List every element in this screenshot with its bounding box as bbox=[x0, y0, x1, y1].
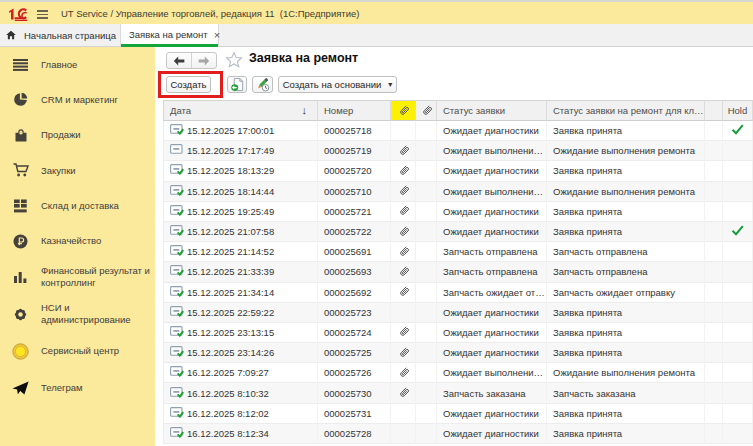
table-row[interactable]: 15.12.2025 23:13:15000025724Ожидает диаг… bbox=[163, 323, 753, 343]
check-icon bbox=[731, 225, 744, 236]
cell-attachment bbox=[391, 383, 416, 403]
sidebar-item-label: Закупки bbox=[41, 165, 153, 177]
document-posted-icon bbox=[170, 265, 184, 276]
cell-client-status: Заявка принята bbox=[547, 121, 705, 141]
cell-attachment-2 bbox=[416, 323, 437, 343]
column-header-spacer[interactable] bbox=[705, 100, 723, 121]
tab-home[interactable]: Начальная страница bbox=[0, 24, 116, 46]
cell-attachment bbox=[391, 202, 416, 222]
forward-button[interactable] bbox=[192, 53, 216, 68]
table-row[interactable]: 15.12.2025 17:00:01000025718Ожидает диаг… bbox=[163, 121, 753, 141]
cell-client-status: Заявка принята bbox=[547, 303, 705, 323]
create-button[interactable]: Создать bbox=[166, 76, 211, 93]
table-row[interactable]: 15.12.2025 22:59:22000025723Ожидает диаг… bbox=[163, 303, 753, 323]
table-row[interactable]: 15.12.2025 21:14:52000025691Запчасть отп… bbox=[163, 242, 753, 262]
cell-date: 16.12.2025 8:10:32 bbox=[163, 383, 318, 403]
table-row[interactable]: 15.12.2025 18:14:44000025710Ожидает выпо… bbox=[163, 182, 753, 202]
table-row[interactable]: 16.12.2025 8:12:34000025728Ожидает диагн… bbox=[163, 424, 753, 444]
cell-number: 000025692 bbox=[318, 283, 391, 303]
sidebar-item-service-center[interactable]: Сервисный центр bbox=[0, 333, 155, 370]
cell-client-status: Ожидание выполнения ремонта bbox=[547, 141, 705, 161]
date-value: 15.12.2025 19:25:49 bbox=[187, 206, 274, 217]
column-header-client-status[interactable]: Статус заявки на ремонт для кл… bbox=[547, 100, 705, 121]
paper-plane-icon bbox=[12, 380, 29, 397]
sidebar-item-crm[interactable]: CRM и маркетинг bbox=[0, 82, 155, 117]
column-header-date[interactable]: Дата ↓ bbox=[163, 100, 318, 121]
cell-number: 000025693 bbox=[318, 262, 391, 282]
cell-attachment-2 bbox=[416, 343, 437, 363]
table-row[interactable]: 15.12.2025 21:33:39000025693Запчасть отп… bbox=[163, 262, 753, 282]
cell-status: Ожидает диагностики bbox=[437, 424, 547, 444]
sidebar-item-warehouse[interactable]: Склад и доставка bbox=[0, 188, 155, 223]
status-value: Ожидает выполнени… bbox=[443, 186, 543, 197]
sidebar-item-administration[interactable]: НСИ и администрирование bbox=[0, 296, 155, 333]
paperclip-icon bbox=[398, 346, 409, 358]
cell-date: 15.12.2025 21:07:58 bbox=[163, 222, 318, 242]
menu-bar bbox=[37, 10, 48, 12]
table-row[interactable]: 15.12.2025 19:25:49000025721Ожидает диаг… bbox=[163, 202, 753, 222]
table-row[interactable]: 15.12.2025 21:07:58000025722Ожидает диаг… bbox=[163, 222, 753, 242]
status-value: Ожидает выполнени… bbox=[443, 367, 543, 378]
copy-document-button[interactable] bbox=[227, 76, 247, 93]
table-row[interactable]: 15.12.2025 23:14:26000025725Ожидает диаг… bbox=[163, 343, 753, 363]
cell-date: 16.12.2025 8:12:02 bbox=[163, 404, 318, 424]
table-row[interactable]: 16.12.2025 8:12:02000025731Ожидает диагн… bbox=[163, 404, 753, 424]
cell-number: 000025691 bbox=[318, 242, 391, 262]
status-value: Запчасть ожидает от… bbox=[443, 287, 545, 298]
cell-client-status: Запчасть ожидает отправку bbox=[547, 283, 705, 303]
cell-number: 000025720 bbox=[318, 161, 391, 181]
favorites-star-icon[interactable] bbox=[225, 51, 243, 69]
column-label: Статус заявки на ремонт для кл… bbox=[553, 105, 704, 116]
sidebar-item-main[interactable]: Главное bbox=[0, 47, 155, 82]
document-posted-icon bbox=[170, 124, 184, 135]
create-based-on-button[interactable]: Создать на основании ▾ bbox=[278, 76, 397, 93]
tab-close-icon[interactable]: × bbox=[214, 30, 220, 40]
table-row[interactable]: 15.12.2025 17:17:49000025719Ожидает выпо… bbox=[163, 141, 753, 161]
cell-spacer bbox=[705, 323, 723, 343]
cell-status: Ожидает диагностики bbox=[437, 161, 547, 181]
document-list: Дата ↓ Номер Статус заявки Статус заявки… bbox=[163, 100, 753, 444]
bag-icon bbox=[14, 129, 28, 142]
tab-label: Заявка на ремонт bbox=[129, 29, 208, 40]
paperclip-icon bbox=[398, 245, 409, 257]
main-menu-icon[interactable] bbox=[37, 10, 48, 19]
date-value: 15.12.2025 17:17:49 bbox=[187, 145, 274, 156]
date-value: 15.12.2025 18:13:29 bbox=[187, 165, 274, 176]
cell-spacer bbox=[705, 303, 723, 323]
number-value: 000025722 bbox=[324, 226, 372, 237]
cell-client-status: Ожидание выполнения ремонта bbox=[547, 182, 705, 202]
table-row[interactable]: 16.12.2025 7:09:27000025726Ожидает выпол… bbox=[163, 363, 753, 383]
ruble-coin-icon bbox=[13, 234, 28, 249]
document-posted-icon bbox=[170, 245, 187, 258]
document-posted-icon bbox=[170, 366, 184, 377]
pen-clock-icon bbox=[255, 77, 270, 92]
date-value: 16.12.2025 8:12:34 bbox=[187, 428, 269, 439]
sidebar-item-finance[interactable]: Финансовый результат и контроллинг bbox=[0, 259, 155, 296]
cell-date: 15.12.2025 17:00:01 bbox=[163, 121, 318, 141]
table-row[interactable]: 15.12.2025 18:13:29000025720Ожидает диаг… bbox=[163, 161, 753, 181]
cell-hold bbox=[723, 202, 753, 222]
cell-client-status: Заявка принята bbox=[547, 202, 705, 222]
tab-repair-request[interactable]: Заявка на ремонт × bbox=[120, 24, 219, 47]
column-header-attachment[interactable] bbox=[416, 100, 437, 121]
column-header-number[interactable]: Номер bbox=[318, 100, 391, 121]
table-row[interactable]: 15.12.2025 21:34:14000025692Запчасть ожи… bbox=[163, 283, 753, 303]
table-row[interactable]: 16.12.2025 8:10:32000025730Запчасть зака… bbox=[163, 383, 753, 403]
cell-date: 15.12.2025 21:14:52 bbox=[163, 242, 318, 262]
cell-spacer bbox=[705, 161, 723, 181]
bar-chart-icon bbox=[13, 271, 28, 284]
column-header-hold[interactable]: Hold bbox=[723, 100, 753, 121]
sidebar-item-purchases[interactable]: Закупки bbox=[0, 153, 155, 188]
cell-date: 15.12.2025 17:17:49 bbox=[163, 141, 318, 161]
client-status-value: Ожидание выполнения ремонта bbox=[553, 367, 695, 378]
cell-date: 15.12.2025 21:33:39 bbox=[163, 262, 318, 282]
column-header-attachment-highlighted[interactable] bbox=[391, 100, 416, 121]
paperclip-icon bbox=[398, 268, 409, 279]
sidebar-item-telegram[interactable]: Телеграм bbox=[0, 370, 155, 407]
edit-status-button[interactable] bbox=[252, 76, 273, 93]
column-label: Номер bbox=[324, 105, 353, 116]
sidebar-item-sales[interactable]: Продажи bbox=[0, 118, 155, 153]
sidebar-item-treasury[interactable]: Казначейство bbox=[0, 223, 155, 258]
back-button[interactable] bbox=[167, 53, 192, 68]
column-header-status[interactable]: Статус заявки bbox=[437, 100, 547, 121]
